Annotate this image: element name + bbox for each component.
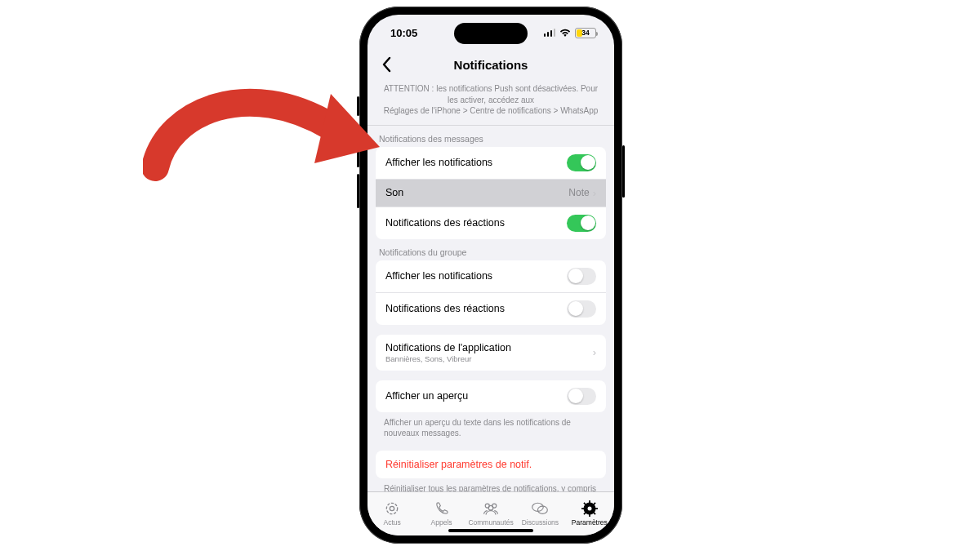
svg-point-9: [587, 506, 591, 510]
chevron-right-icon: ›: [593, 187, 596, 199]
tab-label: Communautés: [468, 518, 513, 527]
dynamic-island: [454, 23, 528, 44]
updates-icon: [383, 500, 401, 517]
home-indicator[interactable]: [448, 529, 533, 532]
tab-chats[interactable]: Discussions: [515, 500, 564, 527]
communities-icon: [482, 500, 500, 517]
section-title-messages: Notifications des messages: [368, 126, 614, 147]
tab-label: Discussions: [522, 518, 559, 527]
reset-footer: Réinitialiser tous les paramètres de not…: [368, 478, 614, 492]
group-messages: Afficher les notifications Son Note › No…: [376, 147, 606, 239]
iphone-frame: 10:05 34 Notifications: [359, 7, 622, 544]
group-groups: Afficher les notifications Notifications…: [376, 260, 606, 325]
svg-rect-13: [595, 508, 597, 509]
svg-rect-11: [589, 513, 590, 516]
toggle-preview[interactable]: [567, 388, 596, 405]
toggle-group-show[interactable]: [567, 268, 596, 285]
toggle-messages-reactions[interactable]: [567, 215, 596, 232]
row-reset[interactable]: Réinitialiser paramètres de notif.: [376, 451, 606, 478]
cellular-icon: [544, 29, 556, 37]
phone-icon: [433, 500, 451, 517]
section-title-group: Notifications du groupe: [368, 239, 614, 260]
row-label: Notifications de l'application: [385, 342, 511, 353]
row-messages-reactions[interactable]: Notifications des réactions: [376, 207, 606, 239]
page-title: Notifications: [454, 58, 528, 72]
annotation-arrow: [143, 69, 380, 184]
row-label: Afficher les notifications: [385, 270, 492, 282]
tab-settings[interactable]: Paramètres: [565, 500, 614, 527]
row-label: Réinitialiser paramètres de notif.: [385, 459, 532, 470]
svg-point-1: [387, 503, 398, 513]
settings-body[interactable]: ATTENTION : les notifications Push sont …: [368, 78, 614, 491]
push-disabled-warning: ATTENTION : les notifications Push sont …: [368, 78, 614, 126]
battery-icon: 34: [575, 28, 596, 38]
wifi-icon: [559, 29, 571, 38]
row-group-reactions[interactable]: Notifications des réactions: [376, 293, 606, 325]
row-label: Son: [385, 187, 403, 198]
gear-icon: [581, 500, 599, 517]
row-group-show[interactable]: Afficher les notifications: [376, 260, 606, 293]
tab-calls[interactable]: Appels: [416, 500, 466, 527]
svg-rect-12: [581, 508, 584, 509]
group-inapp: Notifications de l'application Bannières…: [376, 335, 606, 371]
tab-label: Paramètres: [572, 518, 608, 527]
tab-communities[interactable]: Communautés: [466, 500, 515, 527]
row-value: Note: [568, 187, 589, 198]
toggle-messages-show[interactable]: [567, 154, 596, 171]
row-label: Notifications des réactions: [385, 217, 505, 229]
group-reset: Réinitialiser paramètres de notif.: [376, 451, 606, 478]
svg-point-2: [390, 506, 394, 510]
row-label: Afficher un aperçu: [385, 390, 468, 402]
svg-rect-10: [589, 500, 590, 503]
status-time: 10:05: [390, 27, 417, 39]
screen: 10:05 34 Notifications: [368, 15, 614, 535]
tab-label: Actus: [384, 518, 401, 527]
chevron-right-icon: ›: [593, 346, 596, 358]
tab-label: Appels: [431, 518, 452, 527]
svg-point-5: [488, 505, 493, 510]
nav-header: Notifications: [368, 51, 614, 78]
row-inapp[interactable]: Notifications de l'application Bannières…: [376, 335, 606, 371]
row-messages-show[interactable]: Afficher les notifications: [376, 147, 606, 180]
row-label: Afficher les notifications: [385, 157, 492, 168]
power-button: [622, 145, 625, 198]
battery-percent: 34: [576, 29, 595, 37]
row-preview[interactable]: Afficher un aperçu: [376, 380, 606, 412]
preview-footer: Afficher un aperçu du texte dans les not…: [368, 412, 614, 441]
group-preview: Afficher un aperçu: [376, 380, 606, 412]
row-label: Notifications des réactions: [385, 303, 505, 314]
toggle-group-reactions[interactable]: [567, 300, 596, 318]
tab-updates[interactable]: Actus: [368, 500, 416, 527]
svg-marker-0: [314, 94, 380, 163]
row-sublabel: Bannières, Sons, Vibreur: [385, 354, 511, 363]
row-messages-sound[interactable]: Son Note ›: [376, 180, 606, 207]
chats-icon: [531, 500, 549, 517]
